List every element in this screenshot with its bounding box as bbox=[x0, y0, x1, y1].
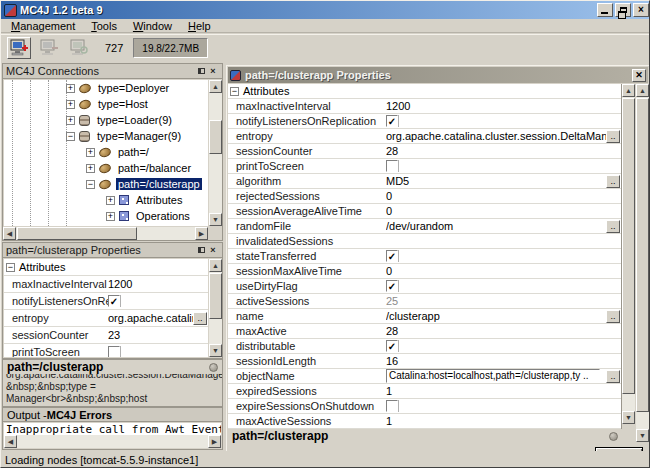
left-properties-scrollbar[interactable]: ▲ ▼ bbox=[209, 259, 222, 357]
ellipsis-button[interactable]: .. bbox=[606, 220, 620, 233]
output-panel-titlebar[interactable]: Output - MC4J Errors bbox=[3, 408, 222, 422]
pin-icon[interactable] bbox=[195, 245, 207, 256]
tree-item[interactable]: −path=/clusterapp bbox=[4, 176, 208, 192]
checkbox[interactable]: ✓ bbox=[386, 280, 398, 292]
property-row[interactable]: printToScreen bbox=[4, 344, 208, 357]
tree-item[interactable]: +path=/balancer bbox=[4, 160, 208, 176]
pin-icon[interactable] bbox=[195, 66, 207, 77]
checkbox[interactable]: ✓ bbox=[386, 340, 398, 352]
menu-window[interactable]: Window bbox=[125, 20, 180, 32]
memory-usage-button[interactable]: 19.8/22.7MB bbox=[133, 38, 208, 58]
expand-toggle-icon[interactable]: + bbox=[86, 148, 95, 157]
collapse-toggle-icon[interactable]: − bbox=[86, 180, 95, 189]
tree-item[interactable]: +path=/ bbox=[4, 144, 208, 160]
menu-tools[interactable]: Tools bbox=[83, 20, 125, 32]
property-row[interactable]: maxActive28 bbox=[228, 324, 621, 339]
menu-help[interactable]: Help bbox=[180, 20, 219, 32]
checkbox[interactable]: ✓ bbox=[386, 115, 398, 127]
close-panel-icon[interactable]: × bbox=[207, 66, 219, 77]
expand-toggle-icon[interactable]: + bbox=[66, 116, 75, 125]
ellipsis-button[interactable]: .. bbox=[193, 312, 207, 325]
property-row[interactable]: sessionCounter23 bbox=[4, 327, 208, 344]
checkbox[interactable] bbox=[108, 346, 120, 357]
property-row[interactable]: distributable✓ bbox=[228, 339, 621, 354]
scroll-left-icon[interactable]: ◀ bbox=[4, 435, 17, 448]
property-row[interactable]: notifyListenersOnRepl✓ bbox=[4, 293, 208, 310]
ellipsis-button[interactable]: .. bbox=[606, 310, 620, 323]
tree-item[interactable]: +Attributes bbox=[4, 192, 208, 208]
property-row[interactable]: −Attributes bbox=[4, 259, 208, 276]
tree-vertical-scrollbar[interactable]: ▲ ▼ bbox=[209, 80, 222, 226]
table-vertical-scrollbar[interactable]: ▲ ▼ bbox=[622, 84, 635, 424]
mbean-tree[interactable]: +type=Deployer+type=Host+type=Loader(9)−… bbox=[4, 80, 208, 226]
tree-vscroll-thumb[interactable] bbox=[209, 120, 222, 154]
table-vscroll-thumb[interactable] bbox=[622, 98, 635, 394]
checkbox[interactable] bbox=[386, 160, 398, 172]
left-properties-titlebar[interactable]: path=/clusterapp Properties × bbox=[3, 243, 222, 258]
text-field[interactable]: Catalina:host=localhost,path=/clusterapp… bbox=[386, 369, 600, 383]
scroll-left-icon[interactable]: ◀ bbox=[3, 227, 16, 240]
properties-frame-titlebar[interactable]: path=/clusterapp Properties ✕ bbox=[228, 67, 648, 83]
checkbox[interactable]: ✓ bbox=[386, 250, 398, 262]
property-row[interactable]: notifyListenersOnReplication✓ bbox=[228, 114, 621, 129]
expand-toggle-icon[interactable]: + bbox=[86, 164, 95, 173]
ellipsis-button[interactable]: .. bbox=[606, 175, 620, 188]
ellipsis-button[interactable]: .. bbox=[606, 130, 620, 143]
property-row[interactable]: sessionCounter28 bbox=[228, 144, 621, 159]
tree-item[interactable]: +type=Deployer bbox=[4, 80, 208, 96]
checkbox[interactable] bbox=[386, 400, 398, 412]
property-row[interactable]: objectNameCatalina:host=localhost,path=/… bbox=[228, 369, 621, 384]
collapse-toggle-icon[interactable]: − bbox=[230, 87, 239, 96]
property-row[interactable]: maxActiveSessions1 bbox=[228, 414, 621, 429]
frame-vscroll-thumb[interactable] bbox=[636, 98, 649, 412]
output-horizontal-scrollbar[interactable]: ◀ ▶ bbox=[4, 435, 221, 448]
property-row[interactable]: entropyorg.apache.catalina.cluster.sessi… bbox=[228, 129, 621, 144]
new-connection-button[interactable] bbox=[7, 37, 31, 59]
expand-toggle-icon[interactable]: + bbox=[106, 196, 115, 205]
scroll-up-icon[interactable]: ▲ bbox=[209, 259, 222, 272]
property-row[interactable]: maxInactiveInterval1200 bbox=[4, 276, 208, 293]
scroll-down-icon[interactable]: ▼ bbox=[209, 344, 222, 357]
property-row[interactable]: sessionIdLength16 bbox=[228, 354, 621, 369]
restore-button[interactable] bbox=[615, 3, 631, 17]
expand-toggle-icon[interactable]: + bbox=[66, 84, 75, 93]
property-row[interactable]: activeSessions25 bbox=[228, 294, 621, 309]
scroll-up-icon[interactable]: ▲ bbox=[209, 80, 222, 93]
collapse-toggle-icon[interactable]: − bbox=[6, 263, 15, 272]
tree-item[interactable]: +type=Loader(9) bbox=[4, 112, 208, 128]
property-row[interactable]: sessionAverageAliveTime0 bbox=[228, 204, 621, 219]
close-window-button[interactable]: × bbox=[633, 3, 649, 17]
tree-item[interactable]: +type=Host bbox=[4, 96, 208, 112]
property-row[interactable]: rejectedSessions0 bbox=[228, 189, 621, 204]
property-row[interactable]: expiredSessions1 bbox=[228, 384, 621, 399]
scroll-down-icon[interactable]: ▼ bbox=[636, 429, 649, 442]
property-row[interactable]: maxInactiveInterval1200 bbox=[228, 99, 621, 114]
collapse-toggle-icon[interactable]: − bbox=[66, 132, 75, 141]
property-row[interactable]: stateTransferred✓ bbox=[228, 249, 621, 264]
property-row[interactable]: expireSessionsOnShutdown bbox=[228, 399, 621, 414]
checkbox[interactable]: ✓ bbox=[108, 295, 120, 307]
tree-item[interactable]: +path=/host-manager bbox=[4, 224, 208, 226]
property-row[interactable]: sessionMaxAliveTime0 bbox=[228, 264, 621, 279]
close-panel-icon[interactable]: × bbox=[207, 245, 219, 256]
minimize-button[interactable] bbox=[597, 3, 613, 17]
tree-hscroll-thumb[interactable] bbox=[17, 227, 137, 240]
property-row[interactable]: invalidatedSessions bbox=[228, 234, 621, 249]
property-row[interactable]: name/clusterapp.. bbox=[228, 309, 621, 324]
tree-item[interactable]: +Operations bbox=[4, 208, 208, 224]
expand-toggle-icon[interactable]: + bbox=[106, 212, 115, 221]
property-row[interactable]: −Attributes bbox=[228, 84, 621, 99]
scroll-down-icon[interactable]: ▼ bbox=[622, 411, 635, 424]
scroll-right-icon[interactable]: ▶ bbox=[195, 227, 208, 240]
property-row[interactable]: printToScreen bbox=[228, 159, 621, 174]
scroll-up-icon[interactable]: ▲ bbox=[636, 84, 649, 97]
property-row[interactable]: randomFile/dev/urandom.. bbox=[228, 219, 621, 234]
props-vscroll-thumb[interactable] bbox=[209, 273, 222, 319]
menu-management[interactable]: Management bbox=[3, 20, 83, 32]
close-frame-button[interactable]: ✕ bbox=[632, 69, 646, 82]
frame-vertical-scrollbar[interactable]: ▲ ▼ bbox=[636, 84, 649, 442]
property-row[interactable]: useDirtyFlag✓ bbox=[228, 279, 621, 294]
scroll-up-icon[interactable]: ▲ bbox=[622, 84, 635, 97]
tree-horizontal-scrollbar[interactable]: ◀ ▶ bbox=[3, 227, 208, 240]
property-row[interactable]: algorithmMD5.. bbox=[228, 174, 621, 189]
